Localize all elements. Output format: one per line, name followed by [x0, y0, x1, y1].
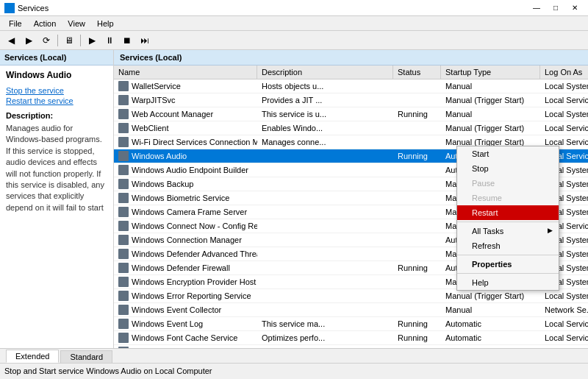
cell-desc [257, 163, 393, 177]
context-menu-item-properties[interactable]: Properties [457, 257, 559, 272]
cell-desc: Enables Windo... [257, 121, 393, 135]
cell-status [393, 233, 441, 247]
cell-status [393, 93, 441, 107]
cell-desc [257, 177, 393, 191]
table-row[interactable]: WalletService Hosts objects u... Manual … [114, 79, 588, 93]
cell-name: WebClient [114, 121, 257, 135]
context-menu-item-help[interactable]: Help [457, 275, 559, 290]
table-header: Name Description Status Startup Type Log… [114, 65, 588, 79]
cell-logon: Network Se... [540, 303, 588, 316]
col-logon[interactable]: Log On As [540, 65, 588, 79]
cell-status [393, 79, 441, 93]
table-row[interactable]: Windows Error Reporting Service Manual (… [114, 289, 588, 303]
refresh-button[interactable]: ⟳ [38, 33, 54, 48]
start-service-button[interactable]: ▶ [84, 33, 100, 48]
table-row[interactable]: WebClient Enables Windo... Manual (Trigg… [114, 121, 588, 135]
context-menu-item-all-tasks[interactable]: All Tasks [457, 224, 559, 238]
table-row[interactable]: Web Account Manager This service is u...… [114, 107, 588, 121]
tab-extended[interactable]: Extended [6, 350, 59, 363]
right-panel: Services (Local) Name Description Status… [114, 50, 588, 348]
services-header: Services (Local) [114, 50, 588, 65]
back-button[interactable]: ◀ [3, 33, 19, 48]
cell-desc [257, 247, 393, 261]
stop-service-button[interactable]: ⏹ [119, 33, 135, 48]
restart-service-button[interactable]: ⏭ [137, 33, 153, 48]
main-content: Services (Local) Windows Audio Stop the … [0, 50, 588, 348]
pause-service-button[interactable]: ⏸ [101, 33, 118, 48]
context-menu-separator [457, 255, 559, 255]
cell-name: WarpJITSvc [114, 93, 257, 107]
context-menu-separator [457, 273, 559, 274]
description-header: Description: [6, 111, 107, 120]
service-icon [118, 305, 129, 315]
table-row[interactable]: Windows Font Cache Service Optimizes per… [114, 331, 588, 345]
service-icon [118, 319, 129, 329]
service-icon [118, 95, 129, 105]
left-panel-body: Windows Audio Stop the service Restart t… [0, 65, 113, 348]
service-icon [118, 179, 129, 189]
left-panel-header: Services (Local) [0, 50, 113, 65]
status-text: Stop and Start service Windows Audio on … [4, 366, 212, 375]
cell-desc: Optimizes perfo... [257, 331, 393, 344]
selected-service-name: Windows Audio [6, 70, 107, 80]
maximize-button[interactable]: □ [547, 1, 564, 15]
context-menu-item-restart[interactable]: Restart [457, 205, 559, 220]
cell-startup: Manual [441, 303, 540, 316]
cell-startup: Automatic [441, 331, 540, 344]
cell-name: Windows Image Acquisition (WIA) [114, 345, 257, 348]
table-row[interactable]: Windows Event Collector Manual Network S… [114, 303, 588, 317]
cell-logon: Local Service [540, 331, 588, 344]
minimize-button[interactable]: — [528, 1, 545, 15]
left-panel: Services (Local) Windows Audio Stop the … [0, 50, 114, 348]
window-title: Services [18, 4, 528, 13]
cell-startup: Manual [441, 107, 540, 121]
cell-desc: Hosts objects u... [257, 79, 393, 93]
service-icon [118, 207, 129, 217]
menu-view[interactable]: View [62, 18, 91, 29]
context-menu: StartStopPauseResumeRestartAll TasksRefr… [456, 146, 559, 291]
menu-help[interactable]: Help [91, 18, 120, 29]
context-menu-item-pause: Pause [457, 176, 559, 191]
stop-service-link[interactable]: Stop the service [6, 86, 107, 95]
context-menu-item-resume: Resume [457, 191, 559, 205]
restart-service-link[interactable]: Restart the service [6, 96, 107, 105]
context-menu-separator [457, 222, 559, 222]
menu-action[interactable]: Action [28, 18, 62, 29]
cell-startup: Automatic [441, 317, 540, 330]
context-menu-item-start[interactable]: Start [457, 146, 559, 161]
service-icon [118, 347, 129, 348]
cell-startup: Manual (Trigger Start) [441, 121, 540, 135]
computer-button[interactable]: 🖥 [61, 33, 77, 48]
col-name[interactable]: Name [114, 65, 257, 79]
service-icon [118, 277, 129, 287]
cell-status: Running [393, 107, 441, 121]
toolbar-separator-1 [57, 35, 58, 46]
close-button[interactable]: ✕ [566, 1, 584, 15]
col-status[interactable]: Status [393, 65, 441, 79]
context-menu-item-refresh[interactable]: Refresh [457, 238, 559, 253]
cell-desc [257, 205, 393, 219]
table-row[interactable]: Windows Image Acquisition (WIA) Provides… [114, 345, 588, 348]
cell-name: Windows Defender Firewall [114, 261, 257, 274]
service-icon [118, 123, 129, 133]
tab-standard[interactable]: Standard [60, 350, 112, 363]
col-desc[interactable]: Description [257, 65, 393, 79]
cell-status [393, 191, 441, 205]
cell-logon: Local System [540, 107, 588, 121]
title-bar: Services — □ ✕ [0, 0, 588, 16]
menu-file[interactable]: File [3, 18, 28, 29]
table-row[interactable]: Windows Event Log This service ma... Run… [114, 317, 588, 331]
cell-name: Windows Audio [114, 149, 257, 163]
col-startup[interactable]: Startup Type [441, 65, 540, 79]
cell-desc: Provides image ... [257, 345, 393, 348]
service-icon [118, 81, 129, 91]
cell-status [393, 177, 441, 191]
table-row[interactable]: WarpJITSvc Provides a JIT ... Manual (Tr… [114, 93, 588, 107]
service-icon [118, 109, 129, 119]
cell-logon: Local System [540, 289, 588, 302]
context-menu-item-stop[interactable]: Stop [457, 161, 559, 176]
cell-name: Windows Event Log [114, 317, 257, 330]
window-controls: — □ ✕ [528, 1, 584, 15]
cell-logon: Local Service [540, 317, 588, 330]
forward-button[interactable]: ▶ [21, 33, 37, 48]
